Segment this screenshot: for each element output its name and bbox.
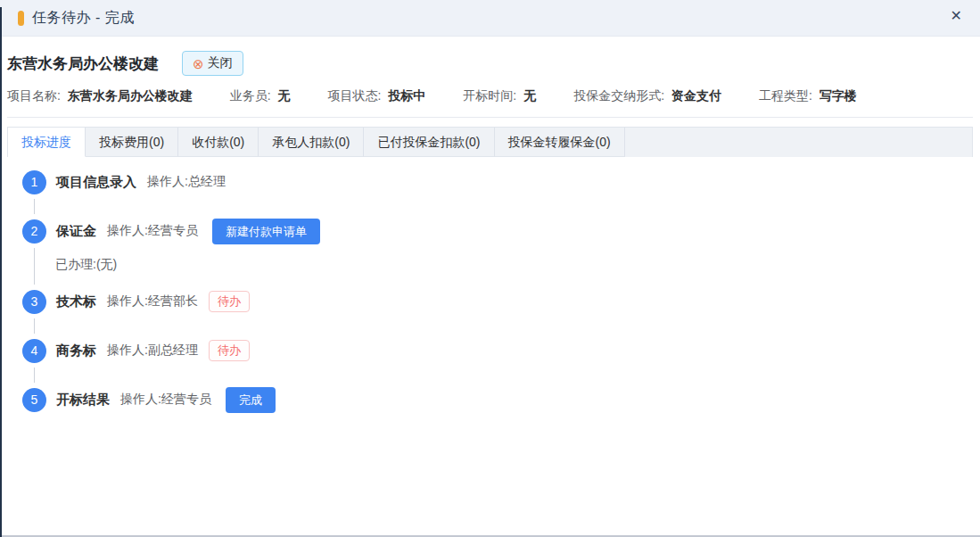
tab[interactable]: 承包人扣款(0) xyxy=(259,128,364,157)
info-label: 项目状态: xyxy=(328,88,382,103)
step-action-button[interactable]: 完成 xyxy=(226,387,276,413)
info-value: 写字楼 xyxy=(819,88,857,103)
dialog-title: 任务待办 - 完成 xyxy=(32,9,135,28)
info-item: 项目状态: 投标中 xyxy=(328,88,426,104)
connector-line xyxy=(34,248,35,285)
step-head: 3 技术标 操作人:经营部长 待办 xyxy=(22,289,980,314)
close-task-button[interactable]: ⊗ 关闭 xyxy=(182,51,243,76)
info-item: 开标时间: 无 xyxy=(463,88,536,104)
tab[interactable]: 投标费用(0) xyxy=(86,128,178,157)
project-title: 东营水务局办公楼改建 xyxy=(7,54,159,74)
step-head: 1 项目信息录入 操作人:总经理 xyxy=(22,169,980,194)
tab-bar: 投标进度 投标费用(0) 收付款(0) 承包人扣款(0) 已付投保金扣款(0) … xyxy=(7,127,973,157)
step-title: 保证金 xyxy=(56,223,96,240)
close-task-button-label: 关闭 xyxy=(208,55,233,71)
todo-status-badge: 待办 xyxy=(209,340,250,361)
project-info-row: 项目名称: 东营水务局办公楼改建 业务员: 无 项目状态: 投标中 开标时间: … xyxy=(0,85,980,117)
step-item: 5 开标结果 操作人:经营专员 完成 xyxy=(22,387,980,412)
info-label: 开标时间: xyxy=(463,88,516,103)
tab[interactable]: 收付款(0) xyxy=(178,128,259,157)
step-title: 项目信息录入 xyxy=(56,174,136,191)
step-number-badge: 5 xyxy=(22,388,46,412)
tab[interactable]: 投标进度 xyxy=(8,128,86,157)
step-title: 商务标 xyxy=(56,343,96,359)
info-label: 项目名称: xyxy=(7,88,61,103)
step-note: 已办理:(无) xyxy=(55,248,117,285)
info-label: 工程类型: xyxy=(759,88,812,103)
connector-line xyxy=(34,368,35,383)
step-number-badge: 2 xyxy=(22,219,46,244)
step-head: 2 保证金 操作人:经营专员 新建付款申请单 xyxy=(22,219,980,244)
connector-line xyxy=(34,199,35,214)
step-operator: 操作人:总经理 xyxy=(147,174,226,190)
step-action-button[interactable]: 新建付款申请单 xyxy=(212,219,320,244)
info-item: 项目名称: 东营水务局办公楼改建 xyxy=(7,88,193,104)
info-value: 资金支付 xyxy=(671,88,721,103)
step-connector xyxy=(22,318,980,334)
info-item: 业务员: 无 xyxy=(230,88,291,104)
step-operator: 操作人:副总经理 xyxy=(107,343,198,359)
info-item: 投保金交纳形式: 资金支付 xyxy=(573,88,721,104)
todo-status-badge: 待办 xyxy=(209,291,250,312)
divider xyxy=(7,117,973,118)
info-value: 投标中 xyxy=(388,88,425,103)
info-item: 工程类型: 写字楼 xyxy=(759,88,857,104)
connector-line xyxy=(34,318,35,334)
step-number-badge: 3 xyxy=(22,290,46,314)
step-title: 技术标 xyxy=(56,293,96,310)
project-title-row: 东营水务局办公楼改建 ⊗ 关闭 xyxy=(0,37,980,85)
step-operator: 操作人:经营专员 xyxy=(107,223,198,239)
info-label: 投保金交纳形式: xyxy=(573,88,664,103)
step-number-badge: 4 xyxy=(22,339,46,363)
info-value: 东营水务局办公楼改建 xyxy=(68,88,193,103)
info-label: 业务员: xyxy=(230,88,271,103)
step-connector: 已办理:(无) xyxy=(22,248,980,285)
step-number-badge: 1 xyxy=(22,170,46,194)
close-icon[interactable]: ✕ xyxy=(951,9,962,23)
step-connector xyxy=(22,199,980,214)
step-operator: 操作人:经营部长 xyxy=(107,293,198,310)
info-value: 无 xyxy=(523,88,536,103)
step-head: 5 开标结果 操作人:经营专员 完成 xyxy=(22,387,980,412)
step-item: 4 商务标 操作人:副总经理 待办 xyxy=(22,338,980,383)
accent-bar-icon xyxy=(18,11,24,26)
step-operator: 操作人:经营专员 xyxy=(120,392,211,408)
bid-progress-steps: 1 项目信息录入 操作人:总经理 2 保证金 操作人:经营专员 新建付款申请单 xyxy=(0,157,980,412)
step-connector xyxy=(22,368,980,383)
step-item: 2 保证金 操作人:经营专员 新建付款申请单 已办理:(无) xyxy=(22,219,980,285)
dialog-header: 任务待办 - 完成 ✕ xyxy=(0,0,980,37)
app-left-edge xyxy=(0,7,2,537)
step-head: 4 商务标 操作人:副总经理 待办 xyxy=(22,338,980,363)
circled-x-icon: ⊗ xyxy=(193,57,204,70)
info-value: 无 xyxy=(278,88,291,103)
step-item: 3 技术标 操作人:经营部长 待办 xyxy=(22,289,980,334)
step-item: 1 项目信息录入 操作人:总经理 xyxy=(22,169,980,214)
tab[interactable]: 已付投保金扣款(0) xyxy=(364,128,494,157)
step-title: 开标结果 xyxy=(56,392,110,409)
tab[interactable]: 投保金转履保金(0) xyxy=(495,128,625,157)
